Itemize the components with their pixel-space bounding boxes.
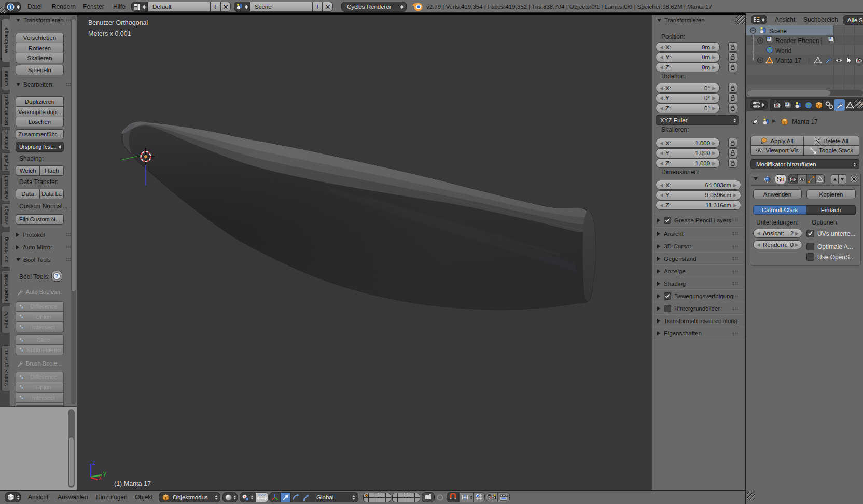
- svg-text:y: y: [103, 470, 106, 477]
- svg-text:z: z: [92, 459, 95, 466]
- svg-text:i: i: [10, 4, 11, 9]
- svg-text:Meters x 0.001: Meters x 0.001: [88, 30, 131, 37]
- svg-text:(1) Manta 17: (1) Manta 17: [114, 480, 151, 487]
- svg-text:x: x: [99, 474, 102, 481]
- svg-text:Benutzer Orthogonal: Benutzer Orthogonal: [88, 19, 148, 26]
- svg-text:?: ?: [55, 273, 58, 279]
